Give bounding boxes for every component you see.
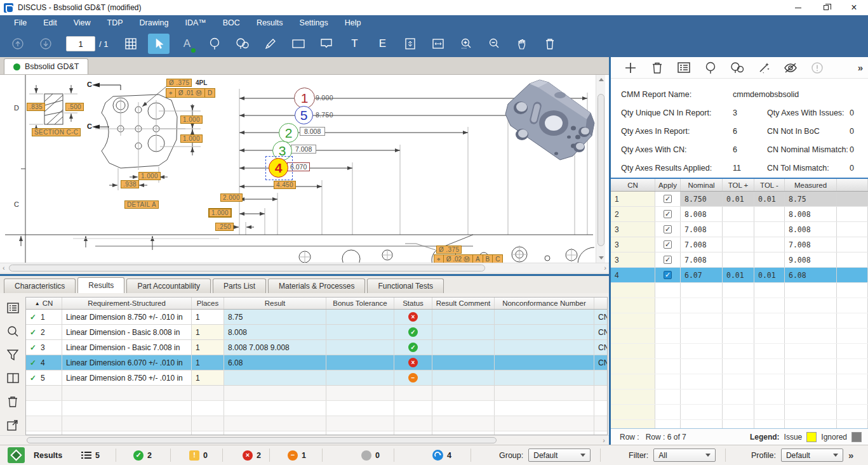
- add-button[interactable]: [617, 59, 644, 77]
- header-requirement-structured[interactable]: Requirement-Structured: [62, 298, 192, 309]
- cmm-axis-row[interactable]: 3✓7.0088.008: [611, 222, 868, 237]
- header-result[interactable]: Result: [224, 298, 326, 309]
- delete-row-button[interactable]: [6, 395, 20, 409]
- delete-button[interactable]: [644, 59, 671, 77]
- scroll-left-icon[interactable]: ‹: [3, 264, 5, 272]
- detail-label[interactable]: DETAIL A: [124, 200, 159, 209]
- menu-settings[interactable]: Settings: [292, 16, 336, 29]
- unmeasured-count[interactable]: 0: [361, 445, 380, 465]
- dim-v1000b[interactable]: 1.000: [180, 134, 203, 143]
- pass-count[interactable]: ✓ 2: [133, 445, 152, 465]
- dim-835[interactable]: .835: [27, 103, 45, 111]
- export-button[interactable]: [6, 418, 20, 432]
- filter-dropdown[interactable]: All: [653, 449, 716, 462]
- columns-button[interactable]: [6, 371, 20, 385]
- cmm-axis-row[interactable]: 4✓6.070.010.016.08: [611, 268, 868, 283]
- issues-button[interactable]: [804, 59, 831, 77]
- delete-tool-button[interactable]: [539, 34, 561, 54]
- group-dropdown[interactable]: Default: [528, 449, 591, 462]
- tab-results[interactable]: Results: [77, 277, 124, 293]
- header-nonconformance-number[interactable]: Nonconformance Number: [495, 298, 594, 309]
- dim-7008[interactable]: 7.008: [291, 145, 316, 154]
- header-result-comment[interactable]: Result Comment: [432, 298, 495, 309]
- comments-count[interactable]: 4: [432, 445, 451, 465]
- menu-help[interactable]: Help: [337, 16, 369, 29]
- e-tool-button[interactable]: E: [371, 34, 393, 54]
- pencil-tool-button[interactable]: [260, 34, 281, 54]
- close-button[interactable]: ×: [840, 0, 868, 15]
- tab-materials-processes[interactable]: Materials & Processes: [268, 278, 365, 293]
- panel-expand-icon[interactable]: »: [858, 62, 863, 73]
- prev-page-button[interactable]: [7, 34, 29, 54]
- menu-ida[interactable]: IDA™: [177, 16, 213, 29]
- menu-drawing[interactable]: Drawing: [132, 16, 177, 29]
- partial-count[interactable]: − 1: [288, 445, 306, 465]
- header-cn[interactable]: CN: [611, 179, 655, 191]
- fit-width-button[interactable]: [427, 34, 449, 54]
- section-label[interactable]: SECTION C-C: [32, 128, 81, 136]
- result-row[interactable]: ✓4Linear Dimension 6.070 +/- .010 in16.0…: [26, 355, 607, 370]
- tab-part-accountability[interactable]: Part Accountability: [126, 278, 211, 293]
- restore-button[interactable]: [812, 0, 840, 15]
- result-row[interactable]: ✓2Linear Dimension - Basic 8.008 in18.00…: [26, 325, 607, 340]
- header-cn[interactable]: ▲CN: [26, 298, 62, 309]
- dim-b938[interactable]: .938: [121, 180, 139, 188]
- balloon-tool-button[interactable]: [204, 34, 225, 54]
- cmm-axis-row[interactable]: 1✓8.7500.010.018.75: [611, 192, 868, 207]
- fcf-bottom[interactable]: ⌖ Ø .02 Ⓜ A B C: [434, 254, 503, 263]
- pane-splitter[interactable]: [0, 273, 609, 277]
- fcf-top[interactable]: ⌖ Ø .01 Ⓜ D: [166, 88, 215, 98]
- annotation-tool-button[interactable]: A: [176, 34, 197, 54]
- menu-edit[interactable]: Edit: [36, 16, 65, 29]
- profile-dropdown[interactable]: Default: [781, 449, 843, 462]
- header-bonus-tolerance[interactable]: Bonus Tolerance: [326, 298, 394, 309]
- header-measured[interactable]: Measured: [785, 179, 837, 191]
- next-page-button[interactable]: [35, 34, 57, 54]
- header-places[interactable]: Places: [192, 298, 224, 309]
- report-list-button[interactable]: [671, 59, 697, 77]
- scroll-down-icon[interactable]: [599, 256, 604, 259]
- header-blank[interactable]: [837, 179, 868, 191]
- scroll-up-icon[interactable]: [599, 78, 604, 81]
- multi-balloon-button[interactable]: [724, 59, 751, 77]
- page-input[interactable]: [66, 36, 95, 51]
- header-tol-[interactable]: TOL -: [754, 179, 785, 191]
- dim-500[interactable]: .500: [65, 103, 84, 111]
- cmm-axis-row[interactable]: 3✓7.0089.008: [611, 252, 868, 268]
- horizontal-scroll-thumb[interactable]: [9, 265, 485, 272]
- dim-2000[interactable]: 2.000: [220, 193, 243, 202]
- zoom-out-button[interactable]: [483, 34, 505, 54]
- details-button[interactable]: [6, 301, 20, 315]
- menu-tdp[interactable]: TDP: [100, 16, 131, 29]
- statusbar-expand-icon[interactable]: »: [848, 450, 853, 461]
- warning-count[interactable]: ! 0: [189, 445, 208, 465]
- rectangle-tool-button[interactable]: [288, 34, 309, 54]
- vertical-scroll-thumb[interactable]: [598, 94, 604, 246]
- result-row[interactable]: ✓5Linear Dimension 8.750 +/- .010 in1−: [26, 370, 607, 386]
- grid-tool-button[interactable]: [120, 34, 142, 54]
- tab-functional-tests[interactable]: Functional Tests: [367, 278, 444, 293]
- cmm-axis-row[interactable]: 3✓7.0087.008: [611, 237, 868, 252]
- pan-tool-button[interactable]: [511, 34, 533, 54]
- header-tol-[interactable]: TOL +: [723, 179, 754, 191]
- drawing-horizontal-scrollbar[interactable]: ‹ ›: [0, 263, 609, 273]
- results-scroll-thumb[interactable]: [27, 437, 497, 443]
- results-horizontal-scrollbar[interactable]: ‹ ›: [0, 435, 609, 445]
- zoom-region-button[interactable]: [455, 34, 477, 54]
- fail-count[interactable]: × 2: [243, 445, 261, 465]
- apply-checkbox[interactable]: ✓: [664, 240, 672, 249]
- dim-1000c[interactable]: 1.000: [208, 208, 232, 218]
- document-tab[interactable]: Bsbsolid GD&T: [4, 58, 88, 74]
- minimize-button[interactable]: [784, 0, 812, 15]
- header-nominal[interactable]: Nominal: [681, 179, 723, 191]
- tab-characteristics[interactable]: Characteristics: [4, 278, 76, 293]
- auto-apply-button[interactable]: [751, 59, 777, 77]
- scroll-right-icon[interactable]: ›: [603, 436, 605, 444]
- balloon-5[interactable]: 5: [295, 106, 313, 124]
- apply-checkbox[interactable]: ✓: [664, 256, 672, 264]
- result-row[interactable]: ✓1Linear Dimension 8.750 +/- .010 in18.7…: [26, 310, 607, 325]
- fit-page-button[interactable]: [399, 34, 421, 54]
- dim-9000[interactable]: 9.000: [316, 94, 333, 102]
- menu-view[interactable]: View: [66, 16, 98, 29]
- flag-tool-button[interactable]: [316, 34, 337, 54]
